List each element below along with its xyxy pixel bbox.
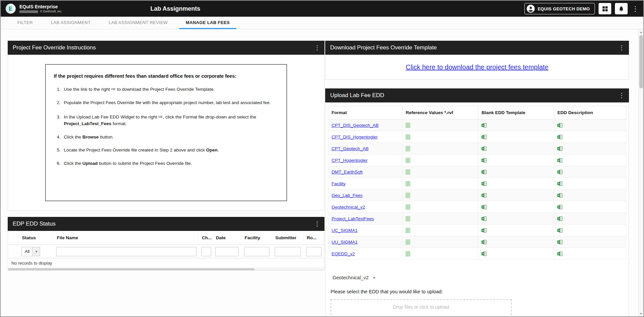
edp-column-ch[interactable]: Ch...	[199, 231, 213, 245]
rvf-file-icon[interactable]	[406, 240, 410, 245]
scrollbar-down-arrow[interactable]: ▼	[639, 311, 643, 316]
blank-edd-template-excel-icon[interactable]: X	[482, 193, 487, 198]
format-row: Geo_Lab_FeesXX	[328, 190, 626, 201]
blank-edd-template-excel-icon[interactable]: X	[482, 146, 487, 151]
filter-input-ch[interactable]	[201, 247, 211, 256]
format-row: CPT_Geotech_ABXX	[328, 143, 626, 154]
filter-input-facility[interactable]	[244, 247, 269, 256]
edp-horizontal-scrollbar[interactable]	[8, 268, 324, 271]
header-kebab-menu-button[interactable]: ⋮	[631, 5, 639, 12]
instructions-kebab-menu-button[interactable]: ⋮	[312, 43, 322, 52]
rvf-file-icon[interactable]	[406, 123, 410, 128]
scrollbar-up-arrow[interactable]: ▲	[639, 29, 643, 35]
edd-description-excel-icon[interactable]: X	[557, 170, 562, 175]
format-row: DMT_EarthSoftXX	[328, 166, 626, 178]
rvf-file-icon[interactable]	[406, 228, 410, 233]
edp-column-status[interactable]: Status	[19, 231, 53, 245]
rvf-file-icon[interactable]	[406, 134, 410, 139]
edp-grid-filter-row: All▾	[8, 245, 324, 258]
format-select-dropdown[interactable]: Geotechnical_v2 ▾	[331, 274, 377, 282]
apps-grid-button[interactable]	[599, 3, 611, 14]
format-row: FacilityXX	[328, 178, 626, 190]
format-link[interactable]: CPT_Geotech_AB	[332, 146, 369, 151]
format-link[interactable]: UC_SIGMA1	[332, 228, 358, 233]
instruction-step: Click the Browse button.	[62, 134, 278, 140]
rvf-file-icon[interactable]	[406, 146, 410, 151]
edp-column-date[interactable]: Date	[213, 231, 241, 245]
instruction-step: Click the Upload button to submit the Pr…	[62, 161, 278, 167]
filter-input-date[interactable]	[215, 247, 239, 256]
file-dropzone[interactable]: Drop files or click to upload	[331, 299, 512, 316]
blank-edd-template-excel-icon[interactable]: X	[482, 228, 487, 233]
rvf-file-icon[interactable]	[406, 251, 410, 256]
page-vertical-scrollbar[interactable]: ▲ ▼	[638, 29, 643, 316]
blank-edd-template-excel-icon[interactable]: X	[482, 216, 487, 221]
edd-description-excel-icon[interactable]: X	[557, 123, 562, 128]
format-link[interactable]: Geotechnical_v2	[332, 205, 365, 210]
blank-edd-template-excel-icon[interactable]: X	[482, 123, 487, 128]
tab-filter[interactable]: FILTER	[11, 17, 39, 29]
download-kebab-menu-button[interactable]: ⋮	[617, 43, 626, 52]
format-link[interactable]: EQEDD_v2	[332, 251, 355, 256]
format-link[interactable]: Facility	[332, 181, 346, 186]
edd-description-excel-icon[interactable]: X	[557, 205, 562, 210]
format-table-header-row: FormatReference Values *.rvfBlank EDD Te…	[328, 106, 626, 119]
edd-description-excel-icon[interactable]: X	[557, 251, 562, 256]
edp-column-facility[interactable]: Facility	[241, 231, 272, 245]
filter-input-file-name[interactable]	[56, 247, 197, 256]
tab-lab-assignment[interactable]: LAB ASSIGNMENT	[44, 17, 97, 29]
edd-description-excel-icon[interactable]: X	[557, 134, 562, 139]
rvf-file-icon[interactable]	[406, 193, 410, 198]
dashboard-content: Project Fee Override Instructions ⋮ If t…	[1, 29, 643, 316]
svg-text:X: X	[558, 135, 559, 138]
step-text: button.	[99, 134, 114, 139]
filter-input-submitter[interactable]	[275, 247, 301, 256]
blank-edd-template-excel-icon[interactable]: X	[482, 181, 487, 186]
blank-edd-template-excel-icon[interactable]: X	[482, 170, 487, 175]
notifications-button[interactable]	[615, 3, 628, 14]
svg-text:X: X	[558, 206, 559, 209]
edd-description-excel-icon[interactable]: X	[557, 193, 562, 198]
upload-kebab-menu-button[interactable]: ⋮	[617, 91, 626, 100]
format-link[interactable]: CPT_Hogentogler	[332, 158, 368, 163]
rvf-file-icon[interactable]	[406, 170, 410, 175]
header-actions: EQUIS GEOTECH DEMO ⋮	[524, 1, 639, 17]
blank-edd-template-excel-icon[interactable]: X	[482, 158, 487, 163]
rvf-file-icon[interactable]	[406, 205, 410, 210]
filter-cell	[53, 245, 199, 258]
format-link[interactable]: UU_SIGMA1	[332, 240, 358, 245]
edp-kebab-menu-button[interactable]: ⋮	[312, 219, 322, 229]
edd-description-excel-icon[interactable]: X	[557, 146, 562, 151]
blank-edd-template-excel-icon[interactable]: X	[482, 251, 487, 256]
tab-lab-assignment-review[interactable]: LAB ASSIGNMENT REVIEW	[102, 17, 174, 29]
edd-description-excel-icon[interactable]: X	[557, 158, 562, 163]
blank-edd-template-excel-icon[interactable]: X	[482, 240, 487, 245]
filter-input-ro[interactable]	[306, 247, 321, 256]
rvf-file-icon[interactable]	[406, 216, 410, 221]
format-link[interactable]: CPT_DIS_Geotech_AB	[332, 123, 379, 128]
download-template-link[interactable]: Click here to download the project fees …	[406, 63, 548, 71]
edp-column-ro[interactable]: Ro...	[303, 231, 324, 245]
step-text: Open	[206, 147, 218, 152]
edd-description-excel-icon[interactable]: X	[557, 181, 562, 186]
svg-text:X: X	[482, 124, 484, 127]
scrollbar-thumb[interactable]	[639, 35, 643, 88]
rvf-file-icon[interactable]	[406, 181, 410, 186]
edd-description-excel-icon[interactable]: X	[557, 240, 562, 245]
format-link[interactable]: Project_LabTestFees	[332, 216, 374, 221]
rvf-file-icon[interactable]	[406, 158, 410, 163]
status-filter-dropdown[interactable]: All▾	[21, 247, 40, 256]
user-menu-button[interactable]: EQUIS GEOTECH DEMO	[524, 3, 595, 14]
format-link[interactable]: Geo_Lab_Fees	[332, 193, 363, 198]
format-link[interactable]: CPT_DIS_Hogentogler	[332, 134, 378, 139]
caret-down-icon[interactable]: ▾	[32, 247, 40, 256]
tab-manage-lab-fees[interactable]: MANAGE LAB FEES	[179, 17, 237, 29]
edd-description-excel-icon[interactable]: X	[557, 228, 562, 233]
edd-description-excel-icon[interactable]: X	[557, 216, 562, 221]
edp-column-submitter[interactable]: Submitter	[272, 231, 303, 245]
format-link[interactable]: DMT_EarthSoft	[332, 170, 363, 175]
edp-column-file-name[interactable]: File Name	[53, 231, 199, 245]
edp-hscroll-thumb[interactable]	[8, 268, 255, 270]
blank-edd-template-excel-icon[interactable]: X	[482, 134, 487, 139]
blank-edd-template-excel-icon[interactable]: X	[482, 205, 487, 210]
